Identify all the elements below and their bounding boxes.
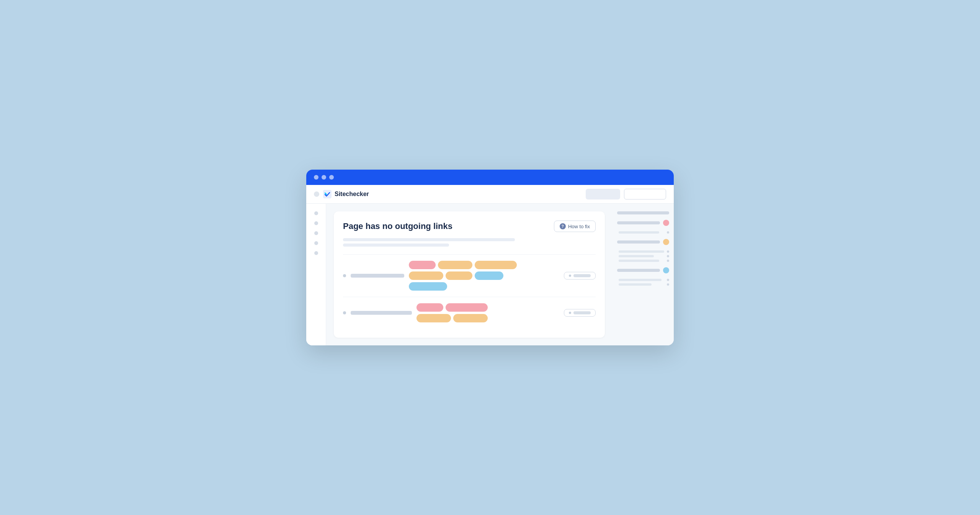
- svg-rect-0: [323, 190, 332, 198]
- traffic-light-maximize[interactable]: [329, 175, 334, 180]
- logo-text: Sitechecker: [335, 191, 369, 198]
- rp-row-2: [617, 220, 669, 226]
- tags-area-1: [409, 261, 559, 291]
- browser-nav: Sitechecker: [306, 185, 674, 204]
- rp-sub-label-5: [619, 279, 662, 281]
- nav-btn-2[interactable]: [624, 189, 666, 199]
- help-icon: ?: [560, 223, 566, 229]
- rp-sub-rows-3: [617, 279, 669, 286]
- browser-titlebar: [306, 170, 674, 185]
- nav-right: [586, 189, 666, 199]
- right-panel: [612, 204, 674, 345]
- sidebar-item-2[interactable]: [314, 221, 318, 225]
- rp-sub-label-4: [619, 260, 659, 262]
- rp-sub-label-6: [619, 283, 652, 286]
- rp-sub-dot-1: [667, 231, 669, 234]
- sidebar-item-5[interactable]: [314, 251, 318, 255]
- content-area: Page has no outgoing links ? How to fix: [326, 204, 612, 345]
- rp-sub-dot-5: [667, 279, 669, 281]
- rp-sub-row-2: [619, 250, 669, 253]
- traffic-light-minimize[interactable]: [322, 175, 326, 180]
- row-indicator-2: [343, 311, 346, 314]
- rp-sub-dot-3: [667, 255, 669, 257]
- rp-row-1: [617, 211, 669, 214]
- rp-sub-label-1: [619, 231, 659, 234]
- rp-badge-red: [663, 220, 669, 226]
- sidebar-item-1[interactable]: [314, 211, 318, 215]
- action-line-2: [573, 311, 591, 314]
- description-lines: [343, 238, 596, 247]
- browser-window: Sitechecker: [306, 170, 674, 345]
- tag-orange-2: [475, 261, 517, 269]
- nav-circle: [314, 191, 319, 197]
- rp-sub-rows-1: [617, 231, 669, 234]
- rp-label-4: [617, 269, 660, 272]
- sitechecker-logo-icon: [323, 190, 332, 198]
- action-dot-2: [569, 312, 571, 314]
- nav-btn-1[interactable]: [586, 189, 620, 199]
- row-url-1: [351, 274, 404, 278]
- main-content: Page has no outgoing links ? How to fix: [306, 204, 674, 345]
- tag-orange-4: [446, 271, 472, 280]
- tag-orange-3: [409, 271, 443, 280]
- main-card: Page has no outgoing links ? How to fix: [334, 211, 605, 338]
- traffic-light-close[interactable]: [314, 175, 318, 180]
- tag-pink-1: [409, 261, 436, 269]
- row-action-2[interactable]: [564, 309, 596, 317]
- rp-label-3: [617, 240, 660, 244]
- sidebar-item-4[interactable]: [314, 241, 318, 245]
- tag-orange-5: [416, 314, 451, 322]
- logo-area: Sitechecker: [323, 190, 369, 198]
- rp-sub-row-4: [619, 260, 669, 262]
- tags-area-2: [416, 303, 559, 322]
- rp-sub-row-3: [619, 255, 669, 257]
- tags-row-1-1: [409, 261, 559, 269]
- rp-sub-dot-6: [667, 283, 669, 286]
- rp-sub-label-2: [619, 250, 664, 253]
- tags-row-1-3: [409, 282, 559, 291]
- card-header: Page has no outgoing links ? How to fix: [343, 221, 596, 232]
- rp-label-1: [617, 211, 669, 214]
- rp-label-2: [617, 221, 660, 224]
- tags-row-2-1: [416, 303, 559, 312]
- tag-pink-3: [446, 303, 488, 312]
- sidebar-item-3[interactable]: [314, 231, 318, 235]
- tag-blue-2: [409, 282, 447, 291]
- action-dot-1: [569, 275, 571, 277]
- action-line-1: [573, 274, 591, 277]
- table-row-2: [343, 297, 596, 329]
- tags-row-1-2: [409, 271, 559, 280]
- sidebar: [306, 204, 326, 345]
- row-indicator-1: [343, 274, 346, 277]
- desc-line-2: [343, 244, 449, 247]
- table-row: [343, 254, 596, 297]
- browser-body: Sitechecker: [306, 185, 674, 345]
- rp-sub-row-6: [619, 283, 669, 286]
- rp-sub-row-5: [619, 279, 669, 281]
- rp-sub-row-1: [619, 231, 669, 234]
- rp-row-4: [617, 267, 669, 273]
- rp-row-3: [617, 239, 669, 245]
- tag-pink-2: [416, 303, 443, 312]
- rp-sub-label-3: [619, 255, 654, 257]
- rp-sub-rows-2: [617, 250, 669, 262]
- card-title: Page has no outgoing links: [343, 221, 452, 231]
- tag-orange-1: [438, 261, 472, 269]
- tag-blue-1: [475, 271, 503, 280]
- how-to-fix-button[interactable]: ? How to fix: [554, 221, 596, 232]
- tags-row-2-2: [416, 314, 559, 322]
- desc-line-1: [343, 238, 515, 241]
- row-action-1[interactable]: [564, 272, 596, 280]
- rp-sub-dot-2: [667, 250, 669, 253]
- rp-badge-blue: [663, 267, 669, 273]
- how-to-fix-label: How to fix: [568, 224, 590, 229]
- rp-sub-dot-4: [667, 260, 669, 262]
- tag-orange-6: [453, 314, 488, 322]
- rp-badge-orange: [663, 239, 669, 245]
- nav-left: Sitechecker: [314, 190, 369, 198]
- row-url-2: [351, 311, 412, 315]
